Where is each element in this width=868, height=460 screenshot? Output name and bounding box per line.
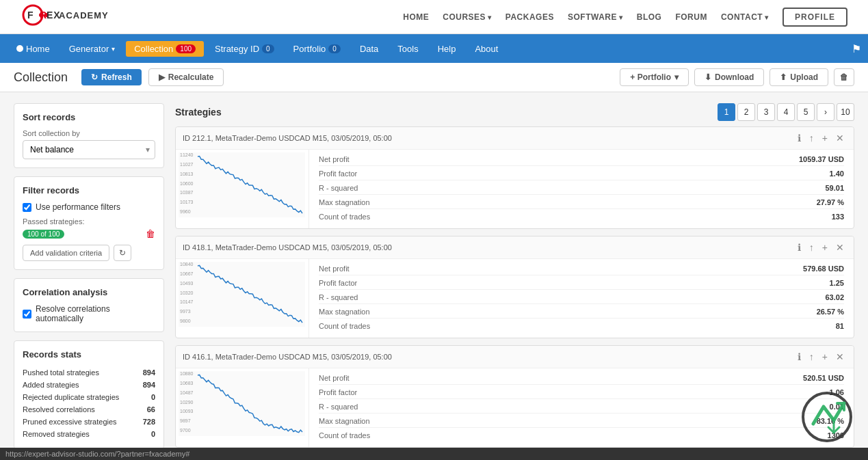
use-performance-filters-label: Use performance filters [36,202,120,212]
add-validation-button[interactable]: Add validation criteria [23,245,109,261]
stat-label: Count of trades [319,322,370,330]
card-add-button[interactable]: + [819,350,830,364]
card-up-button[interactable]: ↑ [806,131,817,145]
card-close-button[interactable]: ✕ [833,131,847,145]
svg-text:ACADEMY: ACADEMY [59,10,109,21]
header-right-actions: + Portfolio ▾ ⬇ Download ⬆ Upload 🗑 [620,68,854,86]
nav-home[interactable]: Home [7,34,60,63]
card-top-bar: ID 416.1, MetaTrader-Demo USDCAD M15, 03… [176,346,854,368]
profile-button[interactable]: PROFILE [782,8,847,27]
page-title: Collection [14,70,68,85]
nav-portfolio[interactable]: Portfolio 0 [284,34,350,63]
sort-records-section: Sort records Sort collection by Net bala… [14,103,164,168]
card-up-button[interactable]: ↑ [806,241,817,254]
stats-area: Net profit 1059.37 USD Profit factor 1.4… [309,150,854,228]
page-btn-1[interactable]: 1 [718,103,735,121]
page-btn-5[interactable]: 5 [797,103,815,121]
stat-line: Profit factor 1.06 [319,388,844,399]
use-performance-filters-checkbox[interactable] [23,203,31,212]
portfolio-button[interactable]: + Portfolio ▾ [620,68,689,86]
card-actions: ℹ ↑ + ✕ [795,350,847,364]
nav-home[interactable]: HOME [403,12,429,22]
nav-strategy[interactable]: Strategy ID 0 [205,34,284,63]
stat-label: Max stagnation [319,417,370,425]
svg-text:10290: 10290 [180,400,194,405]
top-nav-links: HOME COURSES PACKAGES SOFTWARE BLOG FORU… [403,8,847,27]
stat-label: Removed strategies [23,428,140,440]
nav-tools[interactable]: Tools [388,34,428,63]
correlation-title: Correlation analysis [23,287,155,297]
strategy-chart: 1124011027108131060010387101739960 [179,152,305,217]
page-btn-2[interactable]: 2 [737,103,755,121]
nav-blog[interactable]: BLOG [637,12,662,22]
card-id: ID 416.1, MetaTrader-Demo USDCAD M15, 03… [183,353,392,361]
resolve-correlations-checkbox[interactable] [23,310,31,319]
download-button[interactable]: ⬇ Download [694,68,764,86]
svg-text:10667: 10667 [180,271,194,276]
svg-text:10600: 10600 [180,181,194,186]
stat-row: Rejected duplicate strategies 0 [23,391,155,403]
strategy-chart: 108801068310487102901009398979700 [179,371,305,436]
trash-icon: 🗑 [840,72,848,82]
card-add-button[interactable]: + [819,241,830,254]
svg-text:9800: 9800 [180,319,191,323]
stat-value: 894 [140,366,155,379]
stat-value: 1.40 [830,170,844,178]
nav-help[interactable]: Help [428,34,466,63]
nav-collection[interactable]: Collection 100 [126,41,204,57]
stat-line: Max stagnation 26.57 % [319,308,844,319]
svg-text:10320: 10320 [180,290,194,295]
stat-label: Count of trades [319,213,370,221]
card-info-button[interactable]: ℹ [795,350,804,364]
nav-right-icon: ⚑ [852,42,861,55]
nav-software[interactable]: SOFTWARE [568,12,623,22]
stat-line: Net profit 520.51 USD [319,374,844,385]
nav-forum[interactable]: FORUM [675,12,707,22]
nav-generator[interactable]: Generator ▾ [60,34,125,63]
stat-label: Net profit [319,155,350,163]
nav-courses[interactable]: COURSES [443,12,492,22]
stat-value: 894 [140,379,155,391]
refresh-validation-button[interactable]: ↻ [114,245,131,261]
stat-label: R - squared [319,184,358,192]
delete-filter-button[interactable]: 🗑 [146,228,155,239]
nav-contact[interactable]: CONTACT [721,12,769,22]
stat-line: Net profit 579.68 USD [319,265,844,275]
card-info-button[interactable]: ℹ [795,241,804,254]
recalculate-button[interactable]: ▶ Recalculate [148,68,224,86]
svg-text:11027: 11027 [180,162,194,167]
refresh-button[interactable]: ↻ Refresh [81,69,142,85]
collection-badge: 100 [176,44,196,53]
stat-line: R - squared 59.01 [319,184,844,195]
svg-text:10093: 10093 [180,409,194,414]
strategy-card: ID 418.1, MetaTrader-Demo USDCAD M15, 03… [175,236,854,338]
passed-label: Passed strategies: [23,217,155,226]
card-add-button[interactable]: + [819,131,830,145]
stats-area: Net profit 579.68 USD Profit factor 1.25… [309,259,854,338]
card-up-button[interactable]: ↑ [806,350,817,364]
stat-value: 728 [140,416,155,428]
svg-text:9700: 9700 [180,428,191,433]
upload-button[interactable]: ⬆ Upload [770,68,828,86]
page-btn-4[interactable]: 4 [777,103,795,121]
passed-badge: 100 of 100 [23,230,64,239]
nav-data[interactable]: Data [350,34,388,63]
page-btn-10[interactable]: 10 [837,103,854,121]
nav-packages[interactable]: PACKAGES [505,12,554,22]
secondary-nav: Home Generator ▾ Collection 100 Strategy… [0,34,868,63]
refresh-icon: ↻ [91,72,98,82]
stat-label: Count of trades [319,431,370,439]
card-top-bar: ID 212.1, MetaTrader-Demo USDCAD M15, 03… [176,127,854,150]
stats-area: Net profit 520.51 USD Profit factor 1.06… [309,368,854,447]
card-close-button[interactable]: ✕ [833,241,847,254]
card-info-button[interactable]: ℹ [795,131,804,145]
card-id: ID 418.1, MetaTrader-Demo USDCAD M15, 03… [183,243,392,252]
page-btn-3[interactable]: 3 [757,103,775,121]
strategy-chart: 108401066710493103201014799739800 [179,262,305,327]
page-btn-next[interactable]: › [817,103,834,121]
delete-button[interactable]: 🗑 [834,68,854,86]
sort-select[interactable]: Net balance Profit factor R-squared Net … [23,140,155,159]
card-content: 1124011027108131060010387101739960 Net p… [176,150,854,228]
card-close-button[interactable]: ✕ [833,350,847,364]
nav-about[interactable]: About [465,34,508,63]
